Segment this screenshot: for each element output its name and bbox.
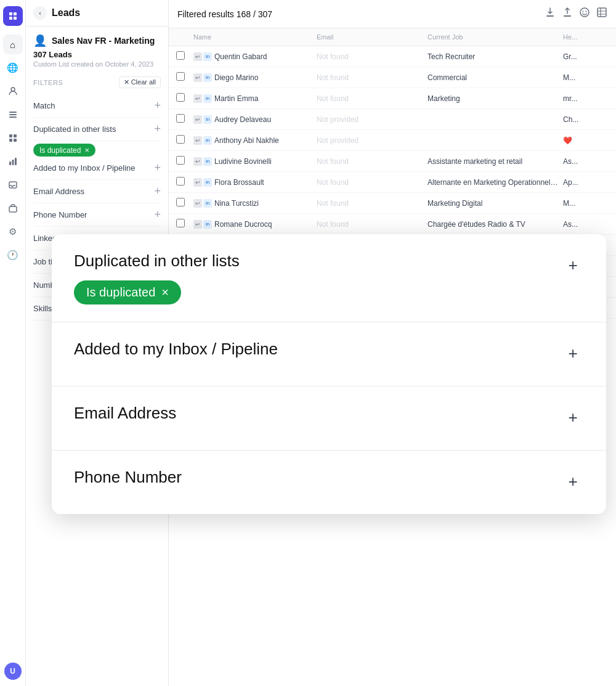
grid-icon[interactable]	[3, 128, 23, 148]
row-job: Marketing Digital	[425, 198, 561, 209]
filter-badge-duplicated: Is duplicated ×	[33, 144, 95, 157]
filter-item-match[interactable]: Match +	[33, 94, 161, 118]
row-name-cell: ↩ in Flora Brossault	[191, 177, 314, 188]
dropdown-duplicated-title: Duplicated in other lists	[74, 251, 562, 271]
table-row[interactable]: ↩ in Nina Turcstizi Not found Marketing …	[169, 193, 616, 214]
row-checkbox[interactable]	[174, 176, 191, 189]
row-email: Not found	[314, 177, 425, 188]
filters-label: FILTERS	[33, 79, 63, 86]
chart-icon[interactable]	[3, 152, 23, 171]
table-row[interactable]: ↩ in Ludivine Bovinelli Not found Assist…	[169, 151, 616, 172]
svg-rect-10	[14, 134, 17, 137]
svg-rect-6	[9, 112, 17, 113]
row-name-icons: ↩ in	[193, 178, 212, 187]
filter-add-inbox-icon[interactable]: +	[154, 161, 161, 174]
row-name-icons: ↩ in	[193, 52, 212, 61]
row-profile-icon: ↩	[193, 73, 202, 82]
row-job: Marketing	[425, 93, 561, 104]
page-title: Leads	[52, 7, 80, 18]
row-linkedin-icon: in	[203, 199, 212, 208]
row-checkbox[interactable]	[174, 134, 191, 147]
filter-add-email-icon[interactable]: +	[154, 185, 161, 198]
row-checkbox[interactable]	[174, 155, 191, 168]
row-linkedin-icon: in	[203, 115, 212, 124]
svg-rect-3	[9, 17, 12, 20]
row-he: Ap...	[561, 177, 616, 188]
svg-rect-13	[9, 161, 11, 165]
row-email: Not found	[314, 219, 425, 230]
col-email: Email	[314, 32, 425, 42]
row-job: Alternante en Marketing Operationnel et …	[425, 177, 561, 188]
row-he: M...	[561, 72, 616, 83]
row-profile-icon: ↩	[193, 94, 202, 103]
row-email: Not found	[314, 198, 425, 209]
row-name-icons: ↩ in	[193, 94, 212, 103]
row-profile-icon: ↩	[193, 136, 202, 145]
table-row[interactable]: ↩ in Martin Emma Not found Marketing mr.…	[169, 88, 616, 109]
table-row[interactable]: ↩ in Diego Marino Not found Commercial M…	[169, 67, 616, 88]
filter-add-duplicated-icon[interactable]: +	[154, 123, 161, 136]
avatar[interactable]: U	[4, 663, 22, 680]
inbox-icon[interactable]	[3, 175, 23, 195]
row-job: Assistante marketing et retail	[425, 156, 561, 167]
row-checkbox[interactable]	[174, 92, 191, 105]
row-checkbox[interactable]	[174, 71, 191, 84]
svg-rect-1	[9, 12, 12, 15]
filter-item-inbox[interactable]: Added to my Inbox / Pipeline +	[33, 157, 161, 180]
row-name: Diego Marino	[214, 73, 258, 82]
filter-item-duplicated[interactable]: Duplicated in other lists +	[33, 118, 161, 141]
row-checkbox[interactable]	[174, 50, 191, 63]
brand-icon[interactable]	[3, 6, 23, 26]
list-icon[interactable]	[3, 105, 23, 125]
dropdown-duplicated-add-button[interactable]: +	[562, 254, 584, 276]
row-he: Ch...	[561, 114, 616, 125]
settings-icon[interactable]: ⚙	[3, 222, 23, 242]
svg-rect-8	[9, 116, 17, 118]
dropdown-phone-add-button[interactable]: +	[562, 470, 584, 492]
download-icon[interactable]	[545, 7, 556, 21]
table-row[interactable]: ↩ in Anthony Abi Nakhle Not provided ❤️	[169, 130, 616, 151]
clear-all-button[interactable]: ✕ Clear all	[119, 76, 161, 88]
row-checkbox[interactable]	[174, 113, 191, 126]
table-icon[interactable]	[596, 7, 607, 21]
table-row[interactable]: ↩ in Quentin Gabard Not found Tech Recru…	[169, 46, 616, 67]
dropdown-phone-title: Phone Number	[74, 468, 562, 487]
svg-point-21	[583, 11, 584, 12]
dropdown-email-add-button[interactable]: +	[562, 406, 584, 428]
filter-label-match: Match	[33, 101, 55, 110]
filter-badge-remove[interactable]: ×	[84, 145, 89, 155]
back-button[interactable]: ‹	[33, 6, 47, 20]
row-email: Not found	[314, 51, 425, 62]
filter-add-match-icon[interactable]: +	[154, 99, 161, 112]
upload-icon[interactable]	[562, 7, 573, 21]
row-name: Ludivine Bovinelli	[214, 157, 272, 166]
dropdown-section-duplicated: Duplicated in other lists Is duplicated …	[52, 234, 606, 322]
table-row[interactable]: ↩ in Romane Ducrocq Not found Chargée d'…	[169, 214, 616, 235]
home-icon[interactable]: ⌂	[3, 35, 23, 54]
filter-label-duplicated: Duplicated in other lists	[33, 125, 116, 134]
filtered-results-label: Filtered results 168 / 307	[177, 9, 272, 19]
svg-rect-16	[9, 182, 17, 188]
table-row[interactable]: ↩ in Audrey Delaveau Not provided Ch...	[169, 109, 616, 130]
filter-item-phone[interactable]: Phone Number +	[33, 203, 161, 227]
leads-sub: Custom List created on October 4, 2023	[33, 60, 161, 68]
svg-rect-9	[9, 134, 12, 137]
row-name: Anthony Abi Nakhle	[214, 136, 279, 145]
clock-icon[interactable]: 🕐	[3, 245, 23, 265]
filter-item-email[interactable]: Email Address +	[33, 180, 161, 203]
row-name-icons: ↩ in	[193, 73, 212, 82]
filter-add-phone-icon[interactable]: +	[154, 208, 161, 221]
filter-badge-duplicated-remove[interactable]: ×	[161, 285, 169, 300]
row-profile-icon: ↩	[193, 157, 202, 166]
svg-rect-0	[7, 10, 18, 22]
svg-rect-14	[12, 160, 14, 165]
table-row[interactable]: ↩ in Flora Brossault Not found Alternant…	[169, 172, 616, 193]
row-email: Not provided	[314, 114, 425, 125]
row-checkbox[interactable]	[174, 197, 191, 210]
people-icon[interactable]	[3, 81, 23, 101]
dropdown-inbox-add-button[interactable]: +	[562, 342, 584, 364]
smiley-icon[interactable]	[579, 7, 590, 21]
globe-icon[interactable]: 🌐	[3, 58, 23, 78]
row-checkbox[interactable]	[174, 218, 191, 231]
briefcase-icon[interactable]	[3, 198, 23, 218]
